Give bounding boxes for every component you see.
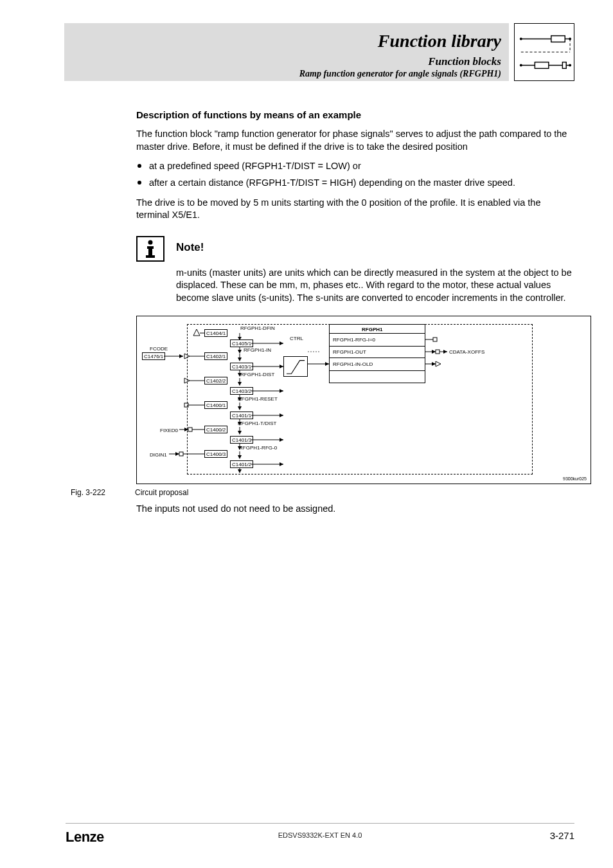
rfg0-arrow <box>169 449 285 469</box>
svg-marker-46 <box>280 365 283 368</box>
rfg-out-label: RFGPH1-OUT <box>333 349 366 355</box>
svg-rect-1 <box>551 36 565 42</box>
svg-rect-22 <box>436 350 440 354</box>
ctrl-label: CTRL <box>290 336 303 341</box>
svg-rect-10 <box>562 62 566 69</box>
in-arrow <box>164 351 286 372</box>
output-stubs <box>425 337 451 369</box>
ctrl-to-block-arrows <box>308 352 330 367</box>
note-block: Note! m-units (master units) are units w… <box>136 236 574 305</box>
header-subtitle-2: Ramp function generator for angle signal… <box>299 69 501 79</box>
dfin-symbol <box>193 329 205 337</box>
svg-point-12 <box>520 64 522 67</box>
footer-doc-id: EDSVS9332K-EXT EN 4.0 <box>278 831 362 839</box>
svg-marker-40 <box>179 354 183 358</box>
svg-marker-41 <box>184 354 190 359</box>
paragraph-2: The drive is to be moved by 5 m units st… <box>136 197 574 222</box>
svg-marker-60 <box>238 406 242 410</box>
cdata-xoffs-label: CDATA-XOFFS <box>449 349 484 355</box>
svg-marker-70 <box>238 431 242 435</box>
dist-arrow <box>184 375 285 396</box>
svg-marker-76 <box>175 452 179 456</box>
page-footer: Lenze EDSVS9332K-EXT EN 4.0 3-271 <box>66 823 574 842</box>
block-line <box>329 346 425 347</box>
rfgph1-title: RFGPH1 <box>362 327 382 332</box>
svg-marker-80 <box>238 455 242 459</box>
circuit-diagram: RFGPH1 RFGPH1-RFG-I=0 RFGPH1-OUT RFGPH1-… <box>136 316 591 484</box>
rfg-in-old-label: RFGPH1-IN-OLD <box>333 361 373 367</box>
figure-caption: Circuit proposal <box>135 488 188 497</box>
svg-marker-52 <box>238 382 242 386</box>
bullet-text: at a predefined speed (RFGPH1-T/DIST = L… <box>149 159 361 174</box>
block-line <box>329 370 425 371</box>
svg-rect-19 <box>433 338 437 341</box>
after-figure-text: The inputs not used do not need to be as… <box>136 503 574 514</box>
svg-rect-57 <box>184 403 188 407</box>
svg-marker-66 <box>184 428 188 431</box>
diagram-ref-code: 9300kur025 <box>563 476 587 481</box>
svg-marker-72 <box>280 438 283 442</box>
svg-marker-62 <box>280 413 283 417</box>
block-line <box>329 357 425 358</box>
brand-logo-text: Lenze <box>66 829 104 845</box>
content-area: Description of functions by means of an … <box>136 109 574 514</box>
svg-marker-36 <box>280 341 283 345</box>
svg-point-3 <box>520 38 522 41</box>
tdist-arrow <box>179 424 285 445</box>
svg-marker-31 <box>193 329 200 336</box>
page-number: 3-271 <box>550 830 574 841</box>
svg-marker-24 <box>443 350 447 354</box>
svg-marker-27 <box>436 361 441 366</box>
note-body: m-units (master units) are units which c… <box>176 267 574 305</box>
svg-point-14 <box>148 240 153 244</box>
bullet-icon <box>138 181 141 185</box>
svg-marker-82 <box>280 462 283 466</box>
svg-rect-16 <box>148 246 152 255</box>
c1476-1-box: C1476/1 <box>142 352 165 360</box>
paragraph-1: The function block "ramp function genera… <box>136 128 574 153</box>
digin1-label: DIGIN1 <box>150 452 167 458</box>
section-heading: Description of functions by means of an … <box>136 109 574 120</box>
header-title: Function library <box>378 31 501 51</box>
list-item: after a certain distance (RFGPH1-T/DIST … <box>136 176 574 190</box>
figure-caption-row: Fig. 3-222 Circuit proposal <box>136 488 574 497</box>
svg-marker-21 <box>432 350 436 354</box>
header-subtitle-1: Function blocks <box>428 55 501 68</box>
svg-marker-54 <box>280 389 283 393</box>
bullet-list: at a predefined speed (RFGPH1-T/DIST = L… <box>136 159 574 190</box>
figure-number: Fig. 3-222 <box>71 488 135 497</box>
rfg-i0-label: RFGPH1-RFG-I=0 <box>333 337 375 343</box>
page-header: Function library Function blocks Ramp fu… <box>64 23 574 81</box>
svg-marker-44 <box>238 357 242 361</box>
c1404-1-box: C1404/1 <box>204 329 227 337</box>
svg-marker-49 <box>184 378 190 383</box>
fixed0-label: FIXED0 <box>160 428 178 433</box>
ctrl-ramp-box <box>283 356 308 377</box>
svg-rect-67 <box>188 428 192 431</box>
list-item: at a predefined speed (RFGPH1-T/DIST = L… <box>136 159 574 174</box>
function-library-icon <box>514 23 574 81</box>
note-title: Note! <box>176 236 204 254</box>
reset-arrow <box>184 400 285 420</box>
svg-rect-77 <box>179 452 183 456</box>
svg-marker-26 <box>432 362 436 366</box>
bullet-text: after a certain distance (RFGPH1-T/DIST … <box>149 176 515 190</box>
block-line <box>329 333 425 334</box>
svg-rect-17 <box>146 255 155 258</box>
bullet-icon <box>138 164 141 168</box>
info-icon <box>136 236 164 262</box>
svg-marker-34 <box>238 337 242 340</box>
svg-rect-8 <box>535 62 549 69</box>
svg-point-13 <box>569 64 571 67</box>
